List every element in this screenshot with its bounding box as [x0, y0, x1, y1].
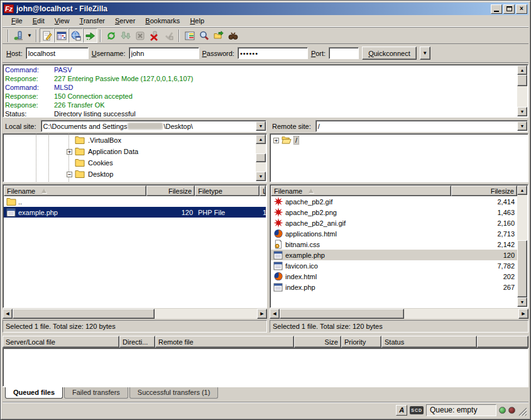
file-row[interactable]: applications.html 2,713	[271, 228, 517, 239]
expand-plus-icon[interactable]: +	[273, 138, 279, 143]
file-row[interactable]: index.php 267	[271, 282, 517, 292]
maximize-button[interactable]	[503, 4, 515, 14]
queue-list-area[interactable]	[3, 348, 528, 387]
scroll-right-icon[interactable]: ▶	[518, 309, 528, 319]
remote-horizontal-scrollbar[interactable]: ◀ ▶	[270, 309, 528, 319]
tab-successful-transfers[interactable]: Successful transfers (1)	[129, 387, 219, 399]
scrollbar-thumb[interactable]	[256, 153, 266, 162]
file-row[interactable]: bitnami.css 2,142	[271, 239, 517, 250]
queue-column-status[interactable]: Status	[381, 336, 477, 348]
column-filesize[interactable]: Filesize	[146, 185, 195, 196]
column-filetype[interactable]: Filetype	[195, 185, 260, 196]
process-queue-button[interactable]	[118, 28, 133, 43]
scroll-up-icon[interactable]: ▲	[256, 135, 266, 144]
window-title: john@localhost - FileZilla	[16, 4, 490, 13]
file-row-parent-dir[interactable]: ..	[4, 196, 266, 207]
local-list-body[interactable]: .. example.php 120 PHP File 1	[4, 196, 266, 307]
file-row[interactable]: apache_pb2_ani.gif 2,160	[271, 218, 517, 228]
log-scrollbar[interactable]: ▲ ▼	[517, 65, 527, 116]
data-type-indicator-icon[interactable]: A	[396, 405, 407, 416]
tab-queued-files[interactable]: Queued files	[5, 387, 63, 399]
scroll-down-icon[interactable]: ▼	[517, 107, 527, 116]
tab-failed-transfers[interactable]: Failed transfers	[64, 387, 128, 399]
column-lastmodified[interactable]: L	[260, 185, 266, 196]
scroll-right-icon[interactable]: ▶	[257, 309, 267, 319]
expand-minus-icon[interactable]: −	[67, 172, 72, 177]
toggle-remote-tree-button[interactable]	[68, 28, 83, 43]
remote-list-scrollbar[interactable]: ▲ ▼	[517, 185, 527, 307]
expand-plus-icon[interactable]: +	[67, 149, 72, 155]
scrollbar-thumb[interactable]	[517, 75, 527, 86]
tree-item-root[interactable]: + /	[271, 135, 527, 146]
scroll-up-icon[interactable]: ▲	[517, 65, 527, 75]
host-input[interactable]	[26, 47, 89, 59]
minimize-button[interactable]	[491, 4, 502, 14]
speed-limits-icon[interactable]: SCD	[410, 406, 424, 414]
menu-server[interactable]: Server	[110, 16, 140, 26]
queue-column-remote-file[interactable]: Remote file	[155, 336, 294, 348]
refresh-button[interactable]	[104, 28, 118, 43]
file-row[interactable]: favicon.ico 7,782	[271, 260, 517, 271]
remote-site-combo[interactable]: / ▼	[315, 120, 528, 132]
combo-dropdown-icon[interactable]: ▼	[517, 121, 527, 131]
port-input[interactable]	[329, 47, 359, 59]
cancel-button[interactable]	[133, 28, 147, 43]
column-filename[interactable]: Filename	[271, 185, 451, 196]
local-tree-scrollbar[interactable]: ▲ ▼	[256, 135, 266, 181]
quickconnect-bar: Host: Username: Password: Port: Quickcon…	[3, 44, 528, 63]
scroll-down-icon[interactable]: ▼	[256, 172, 266, 181]
toggle-message-log-button[interactable]	[40, 28, 54, 43]
scrollbar-thumb[interactable]	[280, 309, 404, 319]
scroll-left-icon[interactable]: ◀	[270, 309, 280, 319]
combo-dropdown-icon[interactable]: ▼	[256, 121, 266, 131]
close-button[interactable]: ×	[516, 4, 527, 14]
local-tree[interactable]: .VirtualBox + Application Data Cookies −…	[3, 133, 267, 182]
quickconnect-button[interactable]: Quickconnect	[362, 47, 417, 60]
site-manager-button[interactable]	[11, 28, 26, 43]
scrollbar-thumb[interactable]	[517, 240, 527, 297]
menu-bookmarks[interactable]: Bookmarks	[140, 16, 185, 26]
compare-button[interactable]	[197, 28, 211, 43]
message-log[interactable]: Command:PASV Response:227 Entering Passi…	[3, 64, 528, 118]
tree-item-cookies[interactable]: Cookies	[4, 157, 255, 169]
scroll-down-icon[interactable]: ▼	[517, 297, 527, 307]
queue-column-size[interactable]: Size	[294, 336, 341, 348]
column-filename[interactable]: Filename	[4, 185, 146, 196]
local-site-combo[interactable]: C:\Documents and Settings\Desktop\ ▼	[41, 120, 266, 132]
username-input[interactable]	[129, 47, 199, 59]
menu-file[interactable]: File	[6, 16, 28, 26]
find-button[interactable]	[226, 28, 240, 43]
toggle-queue-button[interactable]	[83, 28, 97, 43]
resize-grip[interactable]	[518, 407, 527, 416]
file-row[interactable]: apache_pb2.png 1,463	[271, 207, 517, 218]
file-row[interactable]: apache_pb2.gif 2,414	[271, 196, 517, 207]
site-manager-dropdown[interactable]: ▼	[26, 28, 33, 43]
reconnect-button[interactable]	[161, 28, 176, 43]
toggle-local-tree-button[interactable]	[54, 28, 68, 43]
disconnect-button[interactable]	[147, 28, 161, 43]
menu-view[interactable]: View	[50, 16, 75, 26]
tree-item-application-data[interactable]: + Application Data	[4, 146, 255, 157]
remote-tree[interactable]: + /	[270, 133, 528, 182]
file-row-selected[interactable]: example.php 120	[271, 250, 517, 260]
column-filesize[interactable]: Filesize	[451, 185, 517, 196]
scroll-left-icon[interactable]: ◀	[3, 309, 13, 319]
queue-column-server-local-file[interactable]: Server/Local file	[3, 336, 119, 348]
menu-edit[interactable]: Edit	[28, 16, 50, 26]
queue-column-direction[interactable]: Directi...	[119, 336, 155, 348]
password-input[interactable]	[238, 47, 308, 59]
tree-item-desktop[interactable]: − Desktop	[4, 169, 255, 180]
quickconnect-dropdown[interactable]: ▼	[420, 47, 430, 60]
menu-help[interactable]: Help	[185, 16, 209, 26]
filter-button[interactable]	[182, 28, 197, 43]
synchronized-browsing-button[interactable]	[211, 28, 226, 43]
remote-list-body[interactable]: apache_pb2.gif 2,414 apache_pb2.png 1,46…	[271, 196, 517, 307]
file-row-example-php[interactable]: example.php 120 PHP File 1	[4, 207, 266, 218]
tree-item-virtualbox[interactable]: .VirtualBox	[4, 135, 255, 146]
menu-transfer[interactable]: Transfer	[74, 16, 110, 26]
scrollbar-thumb[interactable]	[13, 309, 155, 319]
queue-column-priority[interactable]: Priority	[341, 336, 381, 348]
local-horizontal-scrollbar[interactable]: ◀ ▶	[3, 309, 267, 319]
file-row[interactable]: index.html 202	[271, 271, 517, 282]
scroll-up-icon[interactable]: ▲	[517, 185, 527, 195]
